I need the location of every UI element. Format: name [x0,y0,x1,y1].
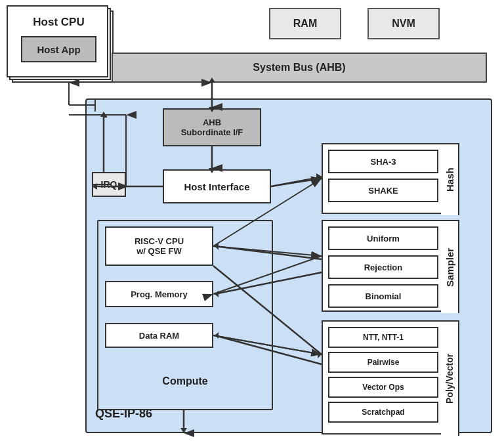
system-bus-label: System Bus (AHB) [253,62,345,74]
scratchpad-label: Scratchpad [362,408,404,417]
sampler-label: Sampler [441,221,459,313]
data-ram-box: Data RAM [105,323,213,348]
uniform-box: Uniform [328,226,438,250]
risc-v-label: RISC-V CPUw/ QSE FW [135,236,184,256]
ahb-sub-box: AHBSubordinate I/F [163,108,261,146]
poly-inner: NTT, NTT-1 Pairwise Vector Ops Scratchpa… [328,327,438,423]
uniform-label: Uniform [367,234,400,244]
prog-mem-label: Prog. Memory [131,289,188,299]
sampler-inner: Uniform Rejection Binomial [328,226,438,308]
rejection-box: Rejection [328,255,438,279]
host-app-box: Host App [21,36,96,62]
ram-label: RAM [293,18,317,30]
sha3-box: SHA-3 [328,150,438,173]
compute-label: Compute [97,375,273,387]
poly-label: Poly/Vector [441,322,459,436]
prog-mem-box: Prog. Memory [105,281,213,307]
hash-label: Hash [441,144,459,215]
vector-ops-box: Vector Ops [328,377,438,398]
scratchpad-box: Scratchpad [328,402,438,423]
rejection-label: Rejection [364,263,403,272]
risc-v-box: RISC-V CPUw/ QSE FW [105,226,213,266]
poly-outer: NTT, NTT-1 Pairwise Vector Ops Scratchpa… [322,320,459,434]
ram-box: RAM [269,8,341,39]
data-ram-label: Data RAM [139,331,179,341]
ntt-box: NTT, NTT-1 [328,327,438,348]
sha3-label: SHA-3 [370,157,396,167]
hash-inner: SHA-3 SHAKE [328,150,438,202]
system-bus: System Bus (AHB) [112,53,487,83]
ntt-label: NTT, NTT-1 [363,333,404,342]
binomial-box: Binomial [328,284,438,308]
nvm-label: NVM [392,18,415,30]
binomial-label: Binomial [366,291,402,301]
shake-box: SHAKE [328,179,438,202]
pairwise-label: Pairwise [368,358,400,367]
sampler-outer: Uniform Rejection Binomial Sampler [322,220,459,312]
host-cpu-label: Host CPU [8,16,110,29]
irq-box: IRQ [92,172,126,197]
shake-label: SHAKE [368,186,398,196]
host-app-label: Host App [37,44,80,55]
vector-ops-label: Vector Ops [362,383,404,392]
nvm-box: NVM [368,8,440,39]
diagram: QSE-IP-86 Host CPU Host App RAM NVM Syst… [0,0,504,445]
host-cpu-page-1: Host CPU Host App [7,5,108,77]
host-interface-box: Host Interface [163,169,271,203]
host-interface-label: Host Interface [184,181,249,192]
ahb-sub-label: AHBSubordinate I/F [181,117,243,137]
pairwise-box: Pairwise [328,352,438,373]
irq-label: IRQ [101,179,117,190]
hash-outer: SHA-3 SHAKE Hash [322,143,459,214]
